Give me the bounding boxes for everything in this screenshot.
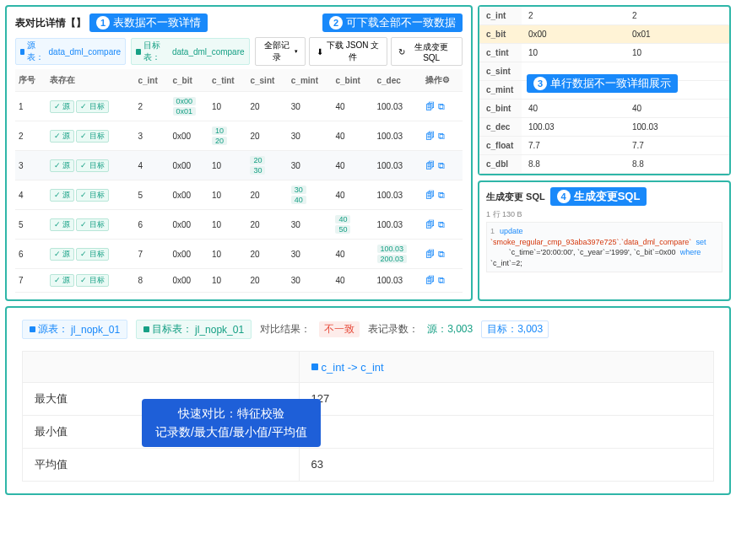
panel-title: 表对比详情【】	[15, 16, 86, 30]
callout-2: 2可下载全部不一致数据	[322, 13, 463, 32]
target-count: 目标：3,003	[481, 320, 549, 338]
download-icon: ⬇	[317, 47, 323, 57]
download-json-button[interactable]: ⬇下载 JSON 文件	[309, 37, 387, 66]
callout-1: 1表数据不一致详情	[89, 13, 208, 32]
view-icon[interactable]: 🗐	[425, 190, 435, 200]
table-row: 1✓ 源✓ 目标20x000x0110203040100.03🗐⧉	[15, 92, 463, 121]
row-detail-panel: c_int22c_bit0x000x01c_tint1010c_sintc_mi…	[478, 5, 731, 175]
target-table-tag: 目标表：data_dml_compare	[131, 38, 249, 65]
callout-3: 3单行数据不一致详细展示	[527, 74, 678, 93]
callout-4: 4生成变更SQL	[550, 187, 647, 206]
copy-icon[interactable]: ⧉	[438, 131, 445, 141]
chevron-down-icon: ▾	[295, 48, 298, 55]
table-row: 3✓ 源✓ 目标40x001020303040100.03🗐⧉	[15, 151, 463, 180]
generate-sql-button[interactable]: ↻生成变更 SQL	[391, 37, 463, 66]
copy-icon[interactable]: ⧉	[438, 249, 445, 259]
target-table-tag: 目标表：jl_nopk_01	[136, 320, 252, 339]
sql-panel: 生成变更 SQL 4生成变更SQL 1 行 130 B 1update `smo…	[478, 180, 731, 301]
callout-quick-compare: 快速对比：特征校验记录数/最大值/最小值/平均值	[142, 399, 321, 447]
diff-table: 序号表存在c_intc_bitc_tintc_sintc_mintc_bintc…	[15, 69, 463, 293]
diff-detail-panel: 表对比详情【】 1表数据不一致详情 2可下载全部不一致数据 源表：data_dm…	[5, 5, 473, 301]
source-table-tag: 源表：jl_nopk_01	[22, 320, 127, 339]
sql-meta: 1 行 130 B	[486, 209, 722, 220]
table-row: 7✓ 源✓ 目标80x0010203040100.03🗐⧉	[15, 269, 463, 293]
copy-icon[interactable]: ⧉	[438, 219, 445, 229]
source-table-tag: 源表：data_dml_compare	[15, 38, 126, 65]
view-icon[interactable]: 🗐	[425, 101, 435, 111]
source-count: 源：3,003	[427, 322, 473, 337]
copy-icon[interactable]: ⧉	[438, 275, 445, 285]
copy-icon[interactable]: ⧉	[438, 160, 445, 170]
view-icon[interactable]: 🗐	[425, 275, 435, 285]
table-row: 5✓ 源✓ 目标60x001020304050100.03🗐⧉	[15, 210, 463, 240]
column-mapping-header: c_int -> c_int	[311, 361, 384, 374]
sql-code: 1update `smoke_regular_cmp_93aba397e725`…	[486, 222, 722, 272]
feature-table: c_int -> c_int 最大值127最小值0平均值63	[22, 351, 714, 482]
view-icon[interactable]: 🗐	[425, 131, 435, 141]
table-row: 4✓ 源✓ 目标50x001020304040100.03🗐⧉	[15, 180, 463, 210]
result-badge: 不一致	[319, 321, 360, 337]
gear-icon: ⚙	[442, 75, 450, 84]
table-row: 2✓ 源✓ 目标30x001020203040100.03🗐⧉	[15, 121, 463, 151]
view-icon[interactable]: 🗐	[425, 219, 435, 229]
filter-select[interactable]: 全部记录▾	[255, 37, 306, 66]
refresh-icon: ↻	[398, 47, 405, 57]
table-row: 6✓ 源✓ 目标70x0010203040100.03200.03🗐⧉	[15, 240, 463, 269]
view-icon[interactable]: 🗐	[425, 160, 435, 170]
view-icon[interactable]: 🗐	[425, 249, 435, 259]
quick-compare-panel: 源表：jl_nopk_01 目标表：jl_nopk_01 对比结果：不一致 表记…	[5, 306, 731, 495]
copy-icon[interactable]: ⧉	[438, 190, 445, 200]
copy-icon[interactable]: ⧉	[438, 101, 445, 111]
